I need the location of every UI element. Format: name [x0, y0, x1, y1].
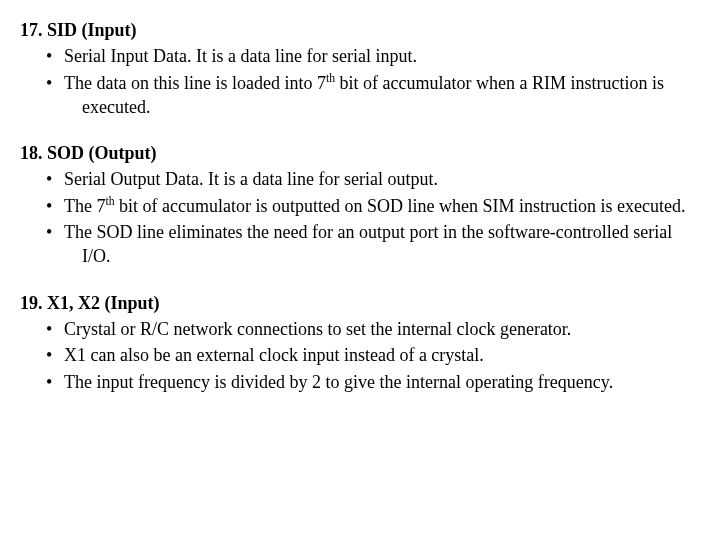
- section-18-heading: 18. SOD (Output): [20, 141, 700, 165]
- section-17-bullets: Serial Input Data. It is a data line for…: [18, 44, 700, 119]
- section-19-heading: 19. X1, X2 (Input): [20, 291, 700, 315]
- list-item: Serial Output Data. It is a data line fo…: [64, 167, 700, 191]
- superscript: th: [326, 72, 335, 85]
- list-item-text: Serial Output Data. It is a data line fo…: [64, 169, 438, 189]
- superscript: th: [105, 195, 114, 208]
- section-17-heading: 17. SID (Input): [20, 18, 700, 42]
- list-item-text: The data on this line is loaded into 7: [64, 73, 326, 93]
- page-content: 17. SID (Input) Serial Input Data. It is…: [0, 0, 720, 412]
- list-item-text: The 7: [64, 196, 105, 216]
- list-item: The input frequency is divided by 2 to g…: [64, 370, 700, 394]
- list-item-text: Crystal or R/C network connections to se…: [64, 319, 571, 339]
- list-item: The 7th bit of accumulator is outputted …: [64, 194, 700, 218]
- list-item-text: X1 can also be an external clock input i…: [64, 345, 484, 365]
- section-19-bullets: Crystal or R/C network connections to se…: [18, 317, 700, 394]
- list-item-text: The SOD line eliminates the need for an …: [64, 222, 672, 266]
- list-item: Crystal or R/C network connections to se…: [64, 317, 700, 341]
- list-item: The SOD line eliminates the need for an …: [64, 220, 700, 269]
- section-17: 17. SID (Input) Serial Input Data. It is…: [18, 18, 700, 119]
- section-19: 19. X1, X2 (Input) Crystal or R/C networ…: [18, 291, 700, 394]
- section-18: 18. SOD (Output) Serial Output Data. It …: [18, 141, 700, 268]
- list-item: The data on this line is loaded into 7th…: [64, 71, 700, 120]
- list-item-text: Serial Input Data. It is a data line for…: [64, 46, 417, 66]
- list-item-text: The input frequency is divided by 2 to g…: [64, 372, 613, 392]
- section-18-bullets: Serial Output Data. It is a data line fo…: [18, 167, 700, 268]
- list-item-text: bit of accumulator is outputted on SOD l…: [115, 196, 686, 216]
- list-item: Serial Input Data. It is a data line for…: [64, 44, 700, 68]
- list-item: X1 can also be an external clock input i…: [64, 343, 700, 367]
